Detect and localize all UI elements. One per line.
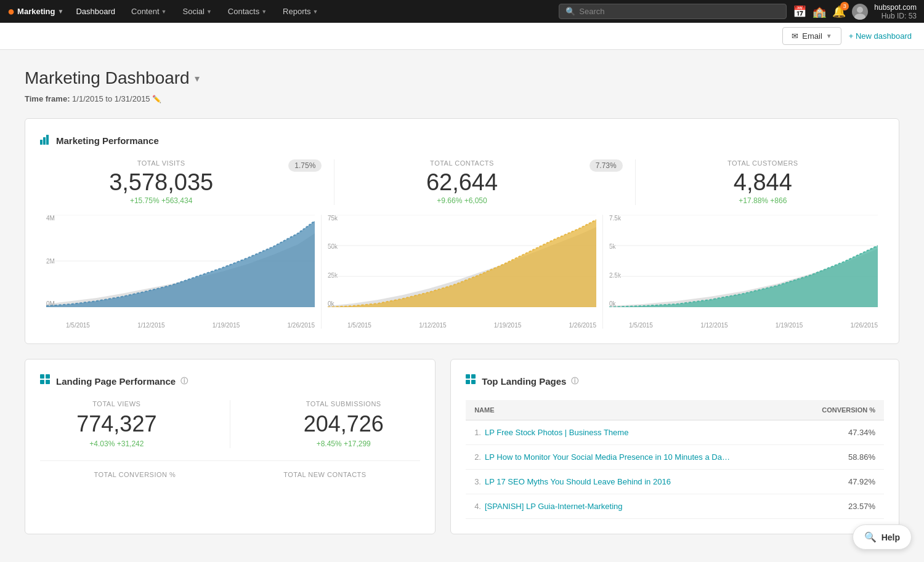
name-column-header: Name — [466, 400, 798, 420]
customers-chart: 7.5k5k2.5k0k — [603, 215, 884, 329]
new-dashboard-button[interactable]: + New dashboard — [849, 31, 912, 41]
dashboard-caret-icon[interactable]: ▾ — [195, 73, 200, 84]
nav-item-content[interactable]: Content ▼ — [124, 0, 174, 23]
toolbar: ✉ Email ▼ + New dashboard — [0, 23, 924, 50]
avatar[interactable] — [852, 4, 868, 20]
page-link-2[interactable]: LP How to Monitor Your Social Media Pres… — [485, 452, 730, 462]
notifications-badge: 3 — [840, 2, 849, 10]
customers-x-labels: 1/5/20151/12/20151/19/20151/26/2015 — [629, 322, 878, 329]
table-row: 3.LP 17 SEO Myths You Should Leave Behin… — [466, 470, 884, 494]
marketing-performance-card: Marketing Performance TOTAL VISITS 3,578… — [25, 118, 899, 344]
edit-timeframe-icon[interactable]: ✏️ — [152, 95, 161, 103]
svg-point-0 — [857, 7, 863, 13]
help-label: Help — [881, 532, 900, 542]
svg-rect-29 — [471, 380, 476, 384]
total-submissions-metric: TOTAL SUBMISSIONS 204,726 +8.45% +17,299 — [304, 400, 384, 448]
table-row: 1.LP Free Stock Photos | Business Theme … — [466, 420, 884, 445]
top-landing-pages-card: Top Landing Pages ⓘ Name Conversion % 1.… — [450, 359, 899, 534]
nav-logo-caret: ▼ — [58, 8, 64, 15]
lp-bottom-labels: TOTAL CONVERSION % TOTAL NEW CONTACTS — [40, 460, 420, 478]
page-title: Marketing Dashboard ▾ — [25, 68, 899, 88]
top-pages-table: Name Conversion % 1.LP Free Stock Photos… — [466, 400, 884, 519]
svg-marker-15 — [328, 220, 596, 307]
visits-x-labels: 1/5/20151/12/20151/19/20151/26/2015 — [66, 322, 315, 329]
bottom-row: Landing Page Performance ⓘ TOTAL VIEWS 7… — [25, 359, 899, 549]
top-navigation: ● Marketing ▼ Dashboard Content ▼ Social… — [0, 0, 924, 23]
top-pages-table-header: Name Conversion % — [466, 400, 884, 420]
nav-logo-label: Marketing — [17, 7, 55, 16]
total-contacts-metric: TOTAL CONTACTS 62,644 +9.66% +6,050 — [341, 159, 583, 205]
svg-rect-26 — [466, 374, 470, 379]
svg-marker-9 — [46, 221, 315, 307]
nav-item-dashboard[interactable]: Dashboard — [68, 0, 123, 23]
svg-point-1 — [854, 14, 865, 20]
timeframe: Time frame: 1/1/2015 to 1/31/2015 ✏️ — [25, 94, 899, 103]
svg-rect-25 — [46, 380, 50, 384]
svg-rect-23 — [46, 374, 50, 379]
svg-rect-2 — [40, 140, 43, 145]
nav-icon-group: 📅 🏫 🔔 3 hubspot.com Hub ID: 53 — [793, 3, 917, 20]
lp-metrics-row: TOTAL VIEWS 774,327 +4.03% +31,242 TOTAL… — [40, 400, 420, 448]
total-visits-metric: TOTAL VISITS 3,578,035 +15.75% +563,434 — [40, 159, 282, 205]
svg-rect-3 — [43, 137, 46, 145]
contacts-x-labels: 1/5/20151/12/20151/19/20151/26/2015 — [347, 322, 596, 329]
contacts-customers-badge: 7.73% — [583, 159, 629, 175]
landing-page-info-icon[interactable]: ⓘ — [180, 376, 188, 387]
calendar-icon[interactable]: 📅 — [793, 5, 806, 18]
help-search-icon: 🔍 — [864, 531, 877, 543]
nav-search-area: 🔍 📅 🏫 🔔 3 hubspot.com Hub ID: 53 — [559, 3, 917, 20]
graduation-icon[interactable]: 🏫 — [813, 5, 826, 18]
landing-page-icon — [40, 374, 51, 388]
top-pages-icon — [466, 374, 477, 388]
landing-page-title: Landing Page Performance ⓘ — [40, 374, 420, 388]
marketing-metrics-row: TOTAL VISITS 3,578,035 +15.75% +563,434 … — [40, 159, 884, 205]
nav-items: Dashboard Content ▼ Social ▼ Contacts ▼ … — [68, 0, 325, 23]
visits-contacts-badge: 1.75% — [282, 159, 328, 175]
nav-item-social[interactable]: Social ▼ — [175, 0, 219, 23]
top-pages-info-icon[interactable]: ⓘ — [571, 376, 578, 387]
email-icon: ✉ — [792, 31, 798, 41]
total-views-metric: TOTAL VIEWS 774,327 +4.03% +31,242 — [76, 400, 156, 448]
page-link-1[interactable]: LP Free Stock Photos | Business Theme — [485, 428, 628, 437]
email-button[interactable]: ✉ Email ▼ — [782, 27, 841, 45]
search-box[interactable]: 🔍 — [559, 4, 787, 19]
marketing-performance-title: Marketing Performance — [40, 134, 884, 147]
main-content: Marketing Dashboard ▾ Time frame: 1/1/20… — [0, 50, 924, 562]
notifications-icon[interactable]: 🔔 3 — [832, 5, 846, 18]
svg-rect-24 — [40, 380, 44, 384]
bar-chart-icon — [40, 134, 51, 147]
nav-logo[interactable]: ● Marketing ▼ — [7, 4, 63, 18]
top-landing-pages-title: Top Landing Pages ⓘ — [466, 374, 884, 388]
email-caret-icon: ▼ — [826, 33, 832, 39]
landing-page-card: Landing Page Performance ⓘ TOTAL VIEWS 7… — [25, 359, 436, 534]
nav-user-info: hubspot.com Hub ID: 53 — [874, 3, 917, 20]
search-icon: 🔍 — [565, 7, 575, 16]
contacts-chart: 75k50k25k0k — [322, 215, 602, 329]
search-input[interactable] — [579, 7, 780, 16]
total-customers-metric: TOTAL CUSTOMERS 4,844 +17.88% +866 — [642, 159, 884, 205]
nav-item-contacts[interactable]: Contacts ▼ — [221, 0, 274, 23]
page-link-3[interactable]: LP 17 SEO Myths You Should Leave Behind … — [485, 477, 671, 486]
svg-rect-28 — [466, 380, 470, 384]
page-link-4[interactable]: [SPANISH] LP Guia-Internet-Marketing — [485, 502, 623, 511]
svg-rect-4 — [46, 135, 49, 145]
nav-item-reports[interactable]: Reports ▼ — [275, 0, 325, 23]
help-button[interactable]: 🔍 Help — [853, 524, 912, 550]
visits-chart: 4M2M0M — [40, 215, 321, 329]
table-row: 4.[SPANISH] LP Guia-Internet-Marketing 2… — [466, 494, 884, 519]
marketing-charts-row: 4M2M0M — [40, 215, 884, 329]
svg-rect-27 — [471, 374, 476, 379]
svg-rect-22 — [40, 374, 44, 379]
table-row: 2.LP How to Monitor Your Social Media Pr… — [466, 445, 884, 470]
top-pages-table-body: 1.LP Free Stock Photos | Business Theme … — [466, 420, 884, 519]
conversion-column-header: Conversion % — [798, 400, 884, 420]
